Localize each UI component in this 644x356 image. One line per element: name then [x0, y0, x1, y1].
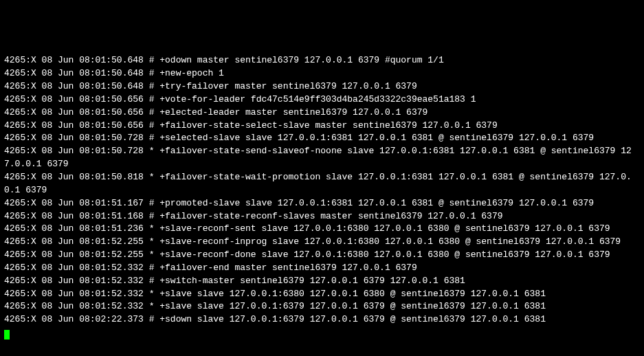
log-line: 4265:X 08 Jun 08:01:51.168 # +failover-s… [4, 210, 640, 223]
log-line: 4265:X 08 Jun 08:01:50.656 # +vote-for-l… [4, 93, 640, 107]
log-line: 4265:X 08 Jun 08:01:52.255 * +slave-reco… [4, 236, 640, 249]
log-line: 4265:X 08 Jun 08:01:52.332 * +slave slav… [4, 300, 640, 313]
log-line: 4265:X 08 Jun 08:01:50.656 # +failover-s… [4, 120, 640, 133]
log-line: 4265:X 08 Jun 08:01:50.728 # +selected-s… [4, 132, 640, 145]
terminal-cursor [4, 330, 10, 340]
log-line: 4265:X 08 Jun 08:01:50.656 # +elected-le… [4, 107, 640, 120]
log-line: 4265:X 08 Jun 08:01:52.332 # +failover-e… [4, 262, 640, 275]
log-line: 4265:X 08 Jun 08:01:52.332 # +switch-mas… [4, 275, 640, 288]
log-line: 4265:X 08 Jun 08:01:50.818 * +failover-s… [4, 171, 640, 197]
log-line: 4265:X 08 Jun 08:02:22.373 # +sdown slav… [4, 313, 640, 326]
log-line: 4265:X 08 Jun 08:01:51.167 # +promoted-s… [4, 197, 640, 210]
log-line: 4265:X 08 Jun 08:01:51.236 * +slave-reco… [4, 223, 640, 236]
terminal-output[interactable]: 4265:X 08 Jun 08:01:50.648 # +odown mast… [4, 54, 640, 340]
log-line: 4265:X 08 Jun 08:01:50.728 * +failover-s… [4, 145, 640, 171]
log-line: 4265:X 08 Jun 08:01:50.648 # +try-failov… [4, 80, 640, 93]
log-line: 4265:X 08 Jun 08:01:50.648 # +new-epoch … [4, 67, 640, 80]
log-line: 4265:X 08 Jun 08:01:52.255 * +slave-reco… [4, 249, 640, 262]
log-line: 4265:X 08 Jun 08:01:50.648 # +odown mast… [4, 54, 640, 67]
log-line: 4265:X 08 Jun 08:01:52.332 * +slave slav… [4, 288, 640, 301]
